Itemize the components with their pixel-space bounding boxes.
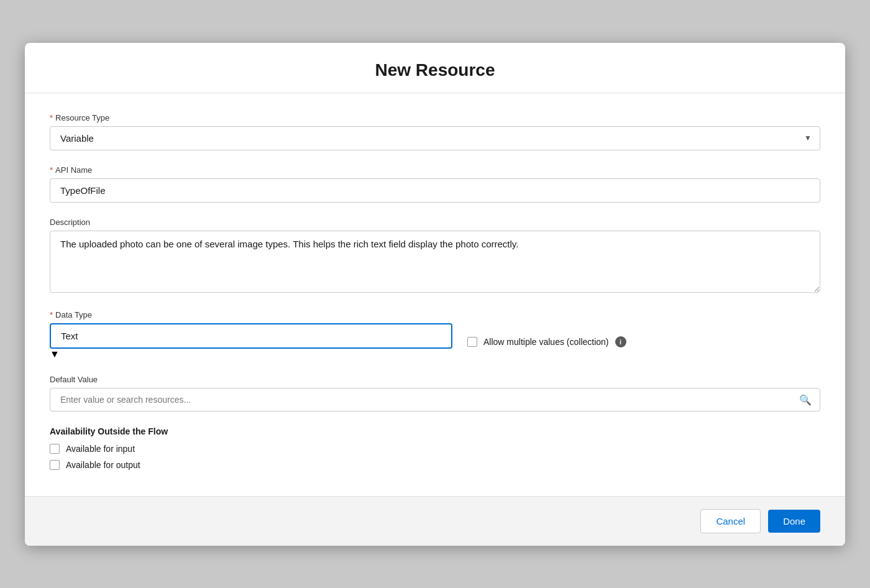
resource-type-group: *Resource Type Variable Constant Formula… <box>50 113 820 150</box>
modal-title: New Resource <box>50 60 820 80</box>
modal-body: *Resource Type Variable Constant Formula… <box>25 93 845 496</box>
resource-type-select[interactable]: Variable Constant Formula Template <box>50 126 820 150</box>
data-type-group: *Data Type Text Number Currency Date Dat… <box>50 310 452 360</box>
availability-input-item: Available for input <box>50 444 820 454</box>
modal-footer: Cancel Done <box>25 496 845 546</box>
default-value-label: Default Value <box>50 375 820 384</box>
required-star-dt: * <box>50 310 53 319</box>
collection-label: Allow multiple values (collection) <box>483 337 609 347</box>
description-textarea[interactable]: The uploaded photo can be one of several… <box>50 231 820 293</box>
modal: New Resource *Resource Type Variable Con… <box>25 43 845 546</box>
default-value-group: Default Value 🔍 <box>50 375 820 411</box>
cancel-button[interactable]: Cancel <box>700 509 761 533</box>
data-type-label-row: *Data Type <box>50 310 452 319</box>
default-value-wrapper: 🔍 <box>50 388 820 411</box>
data-type-select-wrapper: Text Number Currency Date Date/Time Bool… <box>50 323 452 360</box>
modal-header: New Resource <box>25 43 845 93</box>
default-value-input[interactable] <box>50 388 820 411</box>
done-button[interactable]: Done <box>768 510 820 533</box>
info-icon[interactable]: i <box>615 336 626 347</box>
description-label: Description <box>50 218 820 227</box>
collection-checkbox[interactable] <box>467 337 477 347</box>
resource-type-label: *Resource Type <box>50 113 820 122</box>
required-star: * <box>50 113 53 122</box>
api-name-label: *API Name <box>50 165 820 175</box>
data-type-chevron-icon: ▼ <box>50 349 60 359</box>
available-for-output-label: Available for output <box>66 460 140 470</box>
available-for-input-checkbox[interactable] <box>50 444 60 454</box>
api-name-group: *API Name <box>50 165 820 203</box>
availability-section: Availability Outside the Flow Available … <box>50 426 820 470</box>
collection-wrapper: Allow multiple values (collection) i <box>467 336 626 347</box>
available-for-input-label: Available for input <box>66 444 135 454</box>
data-type-row: *Data Type Text Number Currency Date Dat… <box>50 310 820 360</box>
availability-title: Availability Outside the Flow <box>50 426 820 436</box>
availability-output-item: Available for output <box>50 460 820 470</box>
data-type-label: *Data Type <box>50 310 92 319</box>
required-star-api: * <box>50 165 53 175</box>
description-group: Description The uploaded photo can be on… <box>50 218 820 295</box>
resource-type-select-wrapper: Variable Constant Formula Template ▼ <box>50 126 820 150</box>
available-for-output-checkbox[interactable] <box>50 460 60 470</box>
modal-overlay: New Resource *Resource Type Variable Con… <box>25 43 845 546</box>
data-type-select[interactable]: Text Number Currency Date Date/Time Bool… <box>50 323 452 349</box>
api-name-input[interactable] <box>50 178 820 203</box>
